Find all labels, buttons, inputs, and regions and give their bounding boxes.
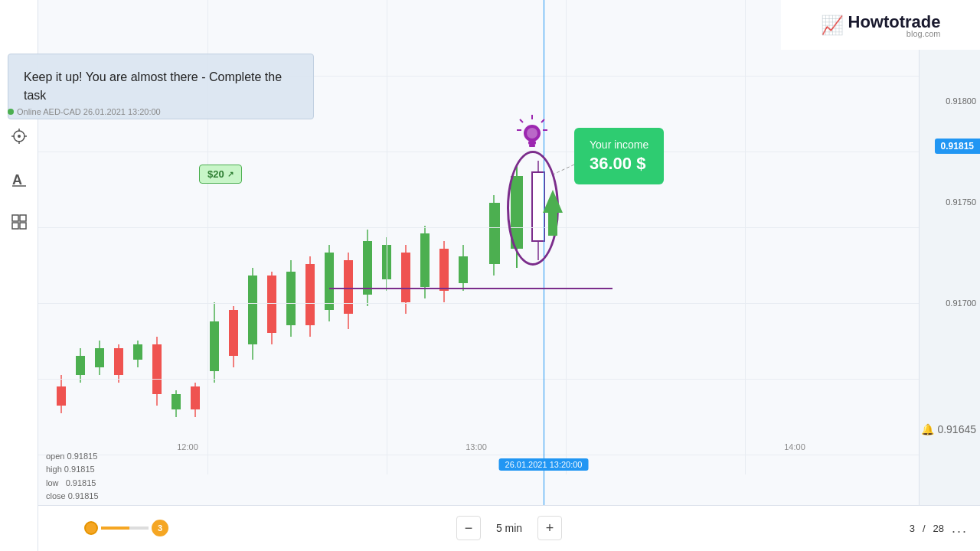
svg-rect-37 <box>286 272 296 325</box>
up-arrow-icon <box>541 190 564 239</box>
progress-area: 3 <box>77 505 168 551</box>
svg-rect-51 <box>420 233 430 287</box>
svg-rect-29 <box>210 321 219 371</box>
page-dots: ... <box>952 520 968 536</box>
svg-rect-9 <box>20 215 26 221</box>
svg-rect-69 <box>528 141 536 145</box>
header: 📈 Howtotrade blog.com <box>781 0 980 50</box>
timeframe-label: 5 min <box>490 522 528 534</box>
ohlc-close-val: 0.91815 <box>68 491 99 500</box>
crosshair-tool[interactable] <box>5 122 33 150</box>
svg-line-63 <box>541 119 544 122</box>
price-label-4: 🔔 0.91645 <box>921 423 976 435</box>
svg-rect-53 <box>439 249 449 291</box>
svg-rect-19 <box>114 348 123 375</box>
logo-text: Howtotrade <box>848 12 941 31</box>
grid-line <box>38 152 919 152</box>
bell-icon: 🔔 <box>921 423 934 435</box>
svg-rect-43 <box>344 260 353 314</box>
timeframe-increase-button[interactable]: + <box>537 516 562 540</box>
status-dot <box>8 109 14 115</box>
price-tag: $20 ↗ <box>199 165 242 184</box>
progress-step: 3 <box>152 520 168 536</box>
svg-rect-70 <box>529 145 535 147</box>
timeframe-decrease-button[interactable]: − <box>456 516 481 540</box>
ohlc-high-label: high <box>46 465 62 474</box>
svg-rect-41 <box>325 253 334 310</box>
grid-line-v <box>387 0 387 474</box>
page-separator: / <box>923 523 926 534</box>
logo-icon: 📈 <box>821 15 844 36</box>
page-indicator: 3 / 28 ... <box>910 505 980 551</box>
svg-rect-8 <box>12 215 18 221</box>
ohlc-open-label: open <box>46 452 64 461</box>
bottom-bar: 3 − 5 min + 3 / 28 ... <box>38 505 980 551</box>
svg-point-68 <box>527 128 537 139</box>
text-tool[interactable]: A <box>5 165 33 193</box>
ohlc-low-val: 0.91815 <box>66 478 96 487</box>
ohlc-close-label: close <box>46 491 66 500</box>
timeframe-selector: − 5 min + <box>456 505 562 551</box>
status-bar: Online AED-CAD 26.01.2021 13:20:00 <box>8 107 161 116</box>
x-label-2: 13:00 <box>466 442 487 452</box>
y-axis: 0.91815 0.91800 0.91750 0.91700 🔔 0.9164… <box>919 0 980 505</box>
svg-rect-10 <box>12 223 18 229</box>
page-total: 28 <box>933 523 944 534</box>
ohlc-open-val: 0.91815 <box>67 452 98 461</box>
grid-line <box>38 379 919 380</box>
svg-marker-71 <box>543 190 563 236</box>
svg-rect-55 <box>459 256 468 283</box>
svg-rect-35 <box>267 276 276 333</box>
logo-container: Howtotrade blog.com <box>848 12 941 38</box>
svg-rect-25 <box>172 394 181 409</box>
svg-rect-27 <box>191 386 200 409</box>
svg-rect-23 <box>152 344 162 394</box>
notification-text: Keep it up! You are almost there - Compl… <box>24 70 282 102</box>
grid-line-v <box>566 0 567 474</box>
price-label-3: 0.91700 <box>946 298 976 308</box>
grid-line-v <box>745 0 746 474</box>
grid-line <box>38 303 919 304</box>
page-current: 3 <box>910 523 915 534</box>
price-tag-arrow-icon: ↗ <box>227 170 234 178</box>
progress-start-dot <box>84 521 98 535</box>
grid-line <box>38 455 919 455</box>
svg-rect-21 <box>133 344 142 360</box>
horizontal-indicator-line <box>329 288 612 289</box>
x-label-3: 14:00 <box>784 442 805 452</box>
price-label-2: 0.91750 <box>946 197 976 207</box>
price-tag-label: $20 <box>207 168 224 180</box>
progress-track <box>101 527 149 530</box>
svg-rect-57 <box>489 203 500 264</box>
svg-rect-13 <box>57 386 66 406</box>
ohlc-low-label: low <box>46 478 59 487</box>
layout-tool[interactable] <box>5 208 33 236</box>
svg-rect-39 <box>305 264 315 325</box>
lightbulb-icon <box>515 113 549 158</box>
svg-point-5 <box>18 135 21 138</box>
ohlc-high-val: 0.91815 <box>64 465 95 474</box>
svg-rect-33 <box>248 276 257 344</box>
svg-rect-11 <box>20 223 26 229</box>
svg-rect-17 <box>95 348 104 367</box>
income-value: 36.00 $ <box>590 154 648 174</box>
svg-rect-31 <box>229 310 238 356</box>
price-label-1: 0.91800 <box>946 96 976 106</box>
income-label: Your income <box>590 139 648 151</box>
x-label-1: 12:00 <box>177 442 198 452</box>
price-highlight-label: 0.91815 <box>935 139 980 154</box>
svg-rect-15 <box>76 356 85 375</box>
ohlc-info: open 0.91815 high 0.91815 low 0.91815 cl… <box>46 450 99 504</box>
grid-line <box>38 227 919 228</box>
status-text: Online AED-CAD 26.01.2021 13:20:00 <box>17 107 161 116</box>
cursor-date-label: 26.01.2021 13:20:00 <box>499 458 589 471</box>
income-box: Your income 36.00 $ <box>574 128 664 184</box>
svg-rect-45 <box>363 241 372 295</box>
svg-line-65 <box>520 119 523 122</box>
svg-text:A: A <box>12 172 22 187</box>
svg-rect-49 <box>401 253 410 302</box>
